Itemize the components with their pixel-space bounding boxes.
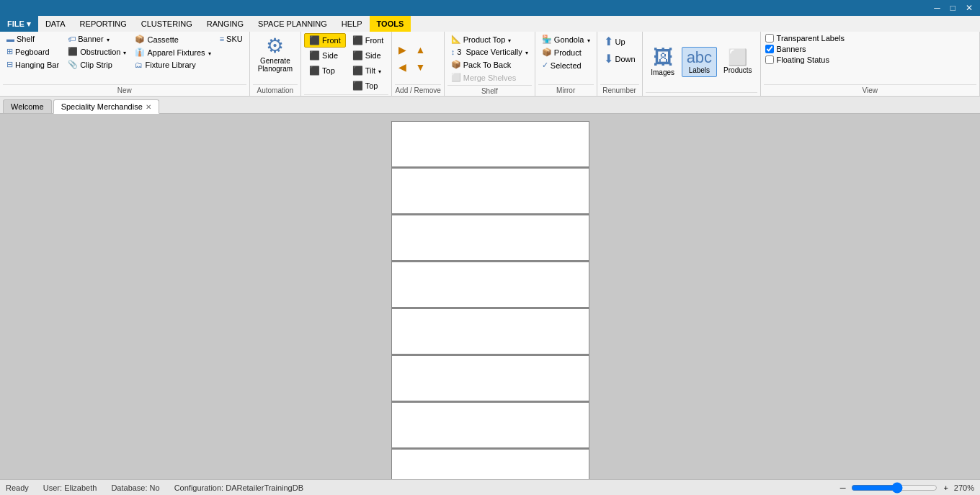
tilt-button[interactable]: ⬛ Tilt ▾ <box>347 63 389 78</box>
shelf-row-4 <box>392 262 589 309</box>
shelf-icon: ▬ <box>6 35 14 43</box>
zoom-slider[interactable] <box>851 482 937 494</box>
status-configuration: Configuration: DARetailerTrainingDB <box>174 483 303 492</box>
menu-data[interactable]: DATA <box>38 16 73 32</box>
minimize-button[interactable]: ─ <box>930 1 945 15</box>
ribbon: ▬ Shelf ⊞ Pegboard ⊟ Hanging Bar 🏷 Banne… <box>0 32 980 97</box>
menu-bar: FILE ▾ DATA REPORTING CLUSTERING RANGING… <box>0 16 980 32</box>
obstruction-button[interactable]: ⬛ Obstruction ▾ <box>64 45 130 58</box>
renumber-group-label: Renumber <box>600 84 639 94</box>
status-user: User: Elizabeth <box>43 483 97 492</box>
banner-button[interactable]: 🏷 Banner ▾ <box>64 33 130 45</box>
clip-strip-button[interactable]: 📎 Clip Strip <box>64 58 130 71</box>
ribbon-group-new: ▬ Shelf ⊞ Pegboard ⊟ Hanging Bar 🏷 Banne… <box>0 32 250 96</box>
menu-clustering[interactable]: CLUSTERING <box>134 16 200 32</box>
pack-to-back-icon: 📦 <box>451 60 461 69</box>
status-database: Database: No <box>111 483 159 492</box>
shelf-row-3 <box>392 215 589 262</box>
tilt-icon: ⬛ <box>352 66 363 76</box>
selected-button[interactable]: ✓ Selected <box>538 59 594 71</box>
product-mirror-button[interactable]: 📦 Product <box>538 46 594 58</box>
banners-checkbox[interactable] <box>765 45 774 53</box>
gondola-icon: 🏪 <box>542 35 552 44</box>
front-right-button[interactable]: ⬛ Front <box>347 33 389 48</box>
menu-ranging[interactable]: RANGING <box>200 16 251 32</box>
remove-down-button[interactable]: ▼ <box>411 59 429 75</box>
view-group-label: View <box>764 84 976 94</box>
shelf-row-6 <box>392 356 589 403</box>
tab-speciality-merchandise[interactable]: Speciality Merchandise ✕ <box>53 99 159 114</box>
top-button-orient[interactable]: ⬛ Top <box>304 63 346 78</box>
ribbon-group-mirror: 🏪 Gondola ▾ 📦 Product ✓ Selected Mirror <box>535 32 597 96</box>
title-bar: ─ □ ✕ <box>0 0 980 16</box>
labels-button[interactable]: abc Labels <box>682 47 717 77</box>
apparel-fixtures-icon: 👔 <box>135 48 145 57</box>
space-vertically-button[interactable]: ↕ 3 Space Vertically ▾ <box>447 46 532 58</box>
add-right-button[interactable]: ▶ <box>395 42 410 58</box>
menu-file[interactable]: FILE ▾ <box>0 16 38 32</box>
ribbon-group-renumber: ⬆ Up ⬇ Down Renumber <box>597 32 643 96</box>
ribbon-group-view: Transparent Labels Banners Floating Stat… <box>761 32 980 96</box>
new-group-label: New <box>3 84 246 94</box>
down-icon: ⬇ <box>604 52 613 66</box>
side-icon: ⬛ <box>309 50 320 61</box>
images-icon: 🖼 <box>653 48 673 68</box>
ribbon-group-orientation: ⬛ Front ⬛ Side ⬛ Top ⬛ Front ⬛ <box>301 32 392 96</box>
top-icon: ⬛ <box>309 66 320 76</box>
zoom-minus[interactable]: ─ <box>837 483 849 492</box>
zoom-plus[interactable]: + <box>940 483 950 492</box>
gondola-button[interactable]: 🏪 Gondola ▾ <box>538 33 594 45</box>
cassette-button[interactable]: 📦 Cassette <box>131 33 214 45</box>
remove-left-button[interactable]: ◀ <box>395 59 410 75</box>
shelf-row-7 <box>392 403 589 450</box>
sku-button[interactable]: ≡ SKU <box>216 33 246 45</box>
floating-status-checkbox[interactable] <box>765 55 774 64</box>
top-right-icon: ⬛ <box>352 81 363 91</box>
banner-icon: 🏷 <box>68 35 76 43</box>
tab-welcome[interactable]: Welcome <box>3 99 52 113</box>
product-top-button[interactable]: 📐 Product Top ▾ <box>447 33 532 45</box>
top-right-button[interactable]: ⬛ Top <box>347 79 389 93</box>
generate-planogram-button[interactable]: ⚙ GeneratePlanogram <box>253 33 298 76</box>
menu-space-planning[interactable]: SPACE PLANNING <box>251 16 334 32</box>
pegboard-button[interactable]: ⊞ Pegboard <box>3 45 63 58</box>
banners-check[interactable]: Banners <box>764 44 846 54</box>
title-bar-controls[interactable]: ─ □ ✕ <box>930 1 977 15</box>
side-right-button[interactable]: ⬛ Side <box>347 48 389 63</box>
selected-icon: ✓ <box>542 61 548 70</box>
menu-help[interactable]: HELP <box>334 16 370 32</box>
shelf-row-2 <box>392 169 589 215</box>
front-right-icon: ⬛ <box>352 35 363 45</box>
add-up-button[interactable]: ▲ <box>411 42 429 58</box>
fixture-library-button[interactable]: 🗂 Fixture Library <box>131 59 214 71</box>
transparent-labels-check[interactable]: Transparent Labels <box>764 33 846 43</box>
tab-close-button[interactable]: ✕ <box>146 103 151 111</box>
planogram <box>391 121 589 479</box>
transparent-labels-checkbox[interactable] <box>765 34 774 43</box>
merge-shelves-icon: ⬜ <box>451 73 461 82</box>
front-button[interactable]: ⬛ Front <box>304 33 346 48</box>
products-button[interactable]: ⬜ Products <box>718 47 757 77</box>
up-button[interactable]: ⬆ Up <box>600 33 639 50</box>
pack-to-back-button[interactable]: 📦 Pack To Back <box>447 58 532 71</box>
down-button[interactable]: ⬇ Down <box>600 50 639 67</box>
zoom-level: 270% <box>954 483 974 492</box>
shelf-button[interactable]: ▬ Shelf <box>3 33 63 45</box>
products-icon: ⬜ <box>728 50 747 66</box>
obstruction-icon: ⬛ <box>68 47 78 56</box>
status-bar: Ready User: Elizabeth Database: No Confi… <box>0 479 980 495</box>
hanging-bar-button[interactable]: ⊟ Hanging Bar <box>3 58 63 71</box>
menu-reporting[interactable]: REPORTING <box>73 16 134 32</box>
restore-button[interactable]: □ <box>946 1 960 15</box>
merge-shelves-button[interactable]: ⬜ Merge Shelves <box>447 71 532 84</box>
space-vertically-icon: ↕ <box>451 48 455 56</box>
clip-strip-icon: 📎 <box>68 60 78 69</box>
images-button[interactable]: 🖼 Images <box>646 45 680 79</box>
menu-tools[interactable]: TOOLS <box>370 16 411 32</box>
side-right-icon: ⬛ <box>352 50 363 61</box>
generate-planogram-icon: ⚙ <box>266 36 284 56</box>
side-button[interactable]: ⬛ Side <box>304 48 346 63</box>
close-button[interactable]: ✕ <box>961 1 977 15</box>
floating-status-check[interactable]: Floating Status <box>764 55 846 65</box>
apparel-fixtures-button[interactable]: 👔 Apparel Fixtures ▾ <box>131 46 214 58</box>
